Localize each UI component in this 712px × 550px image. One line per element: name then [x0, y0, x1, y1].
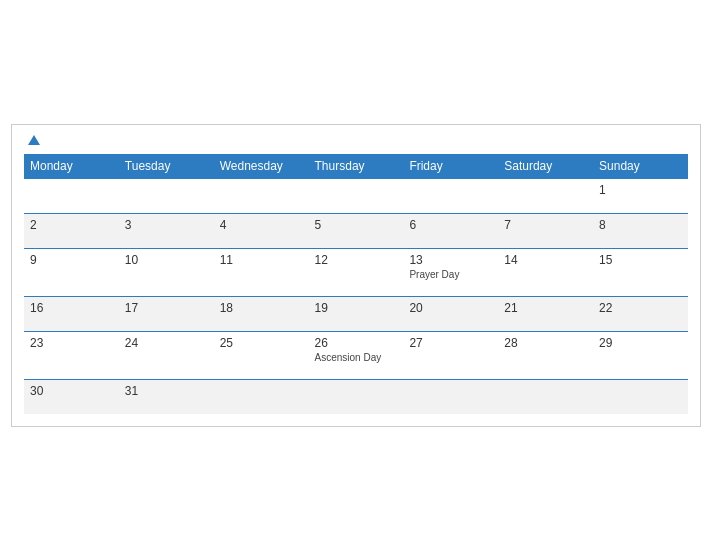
calendar-cell — [403, 178, 498, 213]
weekday-header-thursday: Thursday — [309, 154, 404, 179]
calendar-cell: 11 — [214, 248, 309, 296]
calendar-cell: 18 — [214, 296, 309, 331]
weekday-header-wednesday: Wednesday — [214, 154, 309, 179]
weekday-header-monday: Monday — [24, 154, 119, 179]
calendar-week-row: 910111213Prayer Day1415 — [24, 248, 688, 296]
calendar-cell — [214, 178, 309, 213]
day-number: 12 — [315, 253, 398, 267]
calendar-cell — [24, 178, 119, 213]
calendar-cell — [403, 379, 498, 414]
calendar-cell: 15 — [593, 248, 688, 296]
calendar-cell: 28 — [498, 331, 593, 379]
calendar-cell: 16 — [24, 296, 119, 331]
day-number: 17 — [125, 301, 208, 315]
day-number: 11 — [220, 253, 303, 267]
weekday-header-tuesday: Tuesday — [119, 154, 214, 179]
day-number: 28 — [504, 336, 587, 350]
day-number: 27 — [409, 336, 492, 350]
weekday-header-friday: Friday — [403, 154, 498, 179]
day-number: 14 — [504, 253, 587, 267]
day-number: 9 — [30, 253, 113, 267]
calendar-cell: 9 — [24, 248, 119, 296]
calendar-cell — [593, 379, 688, 414]
calendar-cell: 7 — [498, 213, 593, 248]
calendar-cell: 25 — [214, 331, 309, 379]
calendar-cell — [119, 178, 214, 213]
calendar-week-row: 23242526Ascension Day272829 — [24, 331, 688, 379]
calendar-cell: 29 — [593, 331, 688, 379]
logo-triangle-icon — [28, 135, 40, 145]
calendar-cell — [214, 379, 309, 414]
calendar-week-row: 1 — [24, 178, 688, 213]
calendar-cell: 3 — [119, 213, 214, 248]
calendar-cell: 4 — [214, 213, 309, 248]
calendar-cell: 2 — [24, 213, 119, 248]
weekday-header-row: MondayTuesdayWednesdayThursdayFridaySatu… — [24, 154, 688, 179]
day-number: 25 — [220, 336, 303, 350]
calendar-cell: 10 — [119, 248, 214, 296]
calendar-week-row: 16171819202122 — [24, 296, 688, 331]
calendar-cell: 12 — [309, 248, 404, 296]
calendar-cell: 22 — [593, 296, 688, 331]
calendar-cell: 17 — [119, 296, 214, 331]
day-number: 4 — [220, 218, 303, 232]
logo — [24, 135, 40, 146]
calendar-cell: 31 — [119, 379, 214, 414]
day-number: 31 — [125, 384, 208, 398]
calendar-week-row: 2345678 — [24, 213, 688, 248]
day-number: 7 — [504, 218, 587, 232]
calendar-cell: 1 — [593, 178, 688, 213]
calendar-cell: 23 — [24, 331, 119, 379]
day-number: 20 — [409, 301, 492, 315]
calendar-cell: 14 — [498, 248, 593, 296]
day-number: 29 — [599, 336, 682, 350]
day-number: 24 — [125, 336, 208, 350]
day-number: 22 — [599, 301, 682, 315]
day-number: 26 — [315, 336, 398, 350]
calendar-cell: 6 — [403, 213, 498, 248]
day-number: 13 — [409, 253, 492, 267]
calendar-cell: 8 — [593, 213, 688, 248]
weekday-header-sunday: Sunday — [593, 154, 688, 179]
calendar-cell — [498, 178, 593, 213]
day-number: 1 — [599, 183, 682, 197]
day-number: 3 — [125, 218, 208, 232]
event-label: Prayer Day — [409, 269, 492, 280]
day-number: 10 — [125, 253, 208, 267]
day-number: 5 — [315, 218, 398, 232]
day-number: 2 — [30, 218, 113, 232]
day-number: 19 — [315, 301, 398, 315]
weekday-header-saturday: Saturday — [498, 154, 593, 179]
calendar-cell: 5 — [309, 213, 404, 248]
calendar-cell: 30 — [24, 379, 119, 414]
calendar-cell: 13Prayer Day — [403, 248, 498, 296]
calendar-cell: 26Ascension Day — [309, 331, 404, 379]
day-number: 30 — [30, 384, 113, 398]
day-number: 8 — [599, 218, 682, 232]
calendar-cell — [498, 379, 593, 414]
calendar-cell: 20 — [403, 296, 498, 331]
day-number: 15 — [599, 253, 682, 267]
calendar-table: MondayTuesdayWednesdayThursdayFridaySatu… — [24, 154, 688, 414]
calendar-cell: 21 — [498, 296, 593, 331]
day-number: 16 — [30, 301, 113, 315]
calendar-cell: 24 — [119, 331, 214, 379]
calendar-cell: 19 — [309, 296, 404, 331]
calendar-cell — [309, 178, 404, 213]
calendar-header — [24, 135, 688, 146]
calendar-cell — [309, 379, 404, 414]
calendar-week-row: 3031 — [24, 379, 688, 414]
day-number: 6 — [409, 218, 492, 232]
calendar-cell: 27 — [403, 331, 498, 379]
calendar-container: MondayTuesdayWednesdayThursdayFridaySatu… — [11, 124, 701, 427]
day-number: 21 — [504, 301, 587, 315]
day-number: 18 — [220, 301, 303, 315]
day-number: 23 — [30, 336, 113, 350]
event-label: Ascension Day — [315, 352, 398, 363]
